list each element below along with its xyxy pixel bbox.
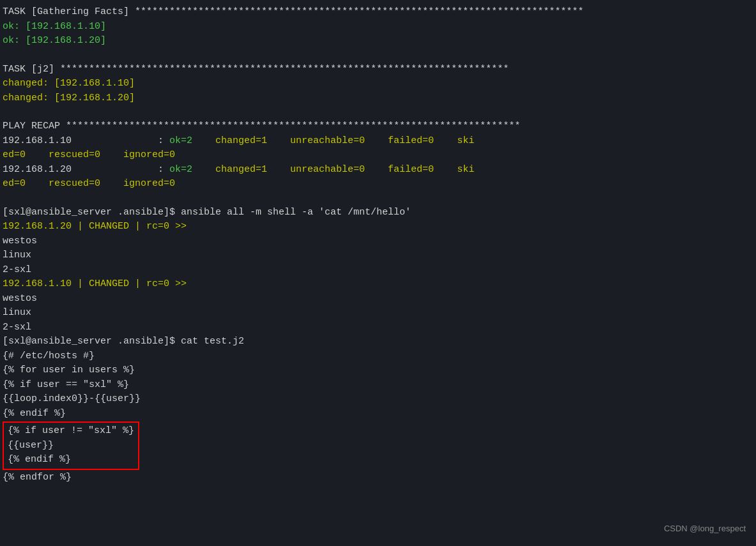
task-gathering-facts-line: TASK [Gathering Facts] *****************… — [3, 5, 753, 20]
ok-192-168-1-10: ok: [192.168.1.10] — [3, 20, 753, 34]
changed-192-168-1-10: changed: [192.168.1.10] — [3, 77, 753, 91]
recap-host-2-line2: ed=0 rescued=0 ignored=0 — [3, 177, 753, 192]
changed-result-1-20: 192.168.1.20 | CHANGED | rc=0 >> — [3, 220, 753, 234]
recap-host-1-line2: ed=0 rescued=0 ignored=0 — [3, 148, 753, 163]
j2-loop-index: {{loop.index0}}-{{user}} — [3, 392, 753, 407]
blank-1 — [3, 49, 753, 63]
j2-endfor: {% endfor %} — [3, 471, 753, 485]
task-j2-line: TASK [j2] ******************************… — [3, 63, 753, 77]
j2-comment: {# /etc/hosts #} — [3, 349, 753, 364]
cat-test-j2-cmd: [sxl@ansible_server .ansible]$ cat test.… — [3, 335, 753, 349]
terminal-window: TASK [Gathering Facts] *****************… — [0, 0, 756, 546]
output-linux-2: linux — [3, 306, 753, 321]
changed-192-168-1-20: changed: [192.168.1.20] — [3, 91, 753, 106]
output-westos-2: westos — [3, 292, 753, 307]
j2-endif-1: {% endif %} — [3, 407, 753, 421]
recap-host-1-line1: 192.168.1.10 : ok=2 changed=1 unreachabl… — [3, 134, 753, 149]
ansible-shell-cmd: [sxl@ansible_server .ansible]$ ansible a… — [3, 206, 753, 220]
j2-for-loop: {% for user in users %} — [3, 363, 753, 378]
output-2sxl-1: 2-sxl — [3, 263, 753, 278]
j2-if-sxl: {% if user == "sxl" %} — [3, 378, 753, 393]
j2-user-var: {{user}} — [8, 439, 134, 453]
output-linux-1: linux — [3, 248, 753, 263]
j2-endif-2: {% endif %} — [8, 453, 134, 467]
output-2sxl-2: 2-sxl — [3, 321, 753, 335]
csdn-watermark: CSDN @long_respect — [664, 524, 746, 533]
play-recap-line: PLAY RECAP *****************************… — [3, 119, 753, 134]
blank-3 — [3, 192, 753, 206]
ok-192-168-1-20: ok: [192.168.1.20] — [3, 34, 753, 49]
changed-result-1-10: 192.168.1.10 | CHANGED | rc=0 >> — [3, 277, 753, 292]
j2-if-not-sxl: {% if user != "sxl" %} — [8, 424, 134, 439]
recap-host-2-line1: 192.168.1.20 : ok=2 changed=1 unreachabl… — [3, 163, 753, 178]
output-westos-1: westos — [3, 234, 753, 249]
blank-2 — [3, 105, 753, 119]
highlighted-j2-block: {% if user != "sxl" %} {{user}} {% endif… — [3, 421, 139, 470]
